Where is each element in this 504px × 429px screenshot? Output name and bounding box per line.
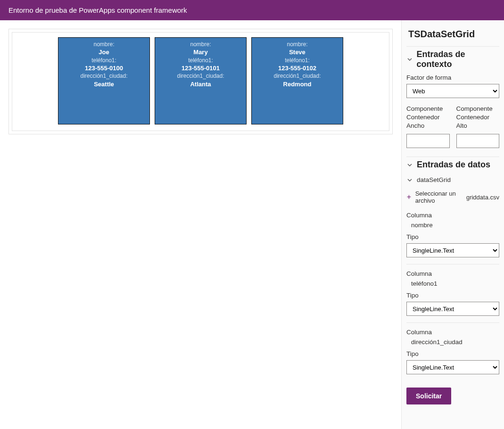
type-label: Tipo xyxy=(406,292,499,299)
card-name-value: Joe xyxy=(58,48,149,57)
column-block: Columna dirección1_ciudad Tipo SingleLin… xyxy=(406,329,499,374)
record-card[interactable]: nombre: Joe teléfono1: 123-555-0100 dire… xyxy=(58,37,150,124)
card-city-value: Redmond xyxy=(252,80,343,89)
card-phone-label: teléfono1: xyxy=(58,57,149,64)
type-select[interactable]: SingleLine.Text xyxy=(406,360,499,374)
column-label: Columna xyxy=(406,329,499,336)
container-width-label: Componente Contenedor Ancho xyxy=(406,105,450,131)
section-title-context: Entradas de contexto xyxy=(416,50,499,69)
card-name-label: nombre: xyxy=(252,41,343,48)
form-factor-field: Factor de forma Web xyxy=(406,74,499,98)
card-name-value: Steve xyxy=(252,48,343,57)
card-phone-value: 123-555-0101 xyxy=(155,64,246,73)
column-value: dirección1_ciudad xyxy=(411,338,499,346)
section-title-data: Entradas de datos xyxy=(417,160,490,170)
column-value: teléfono1 xyxy=(411,280,499,287)
card-name-label: nombre: xyxy=(155,41,246,48)
sidebar: TSDataSetGrid Entradas de contexto Facto… xyxy=(401,20,504,429)
card-city-label: dirección1_ciudad: xyxy=(58,72,149,80)
chevron-down-icon xyxy=(406,56,413,63)
card-phone-value: 123-555-0102 xyxy=(252,64,343,73)
column-value: nombre xyxy=(411,222,499,229)
card-city-label: dirección1_ciudad: xyxy=(252,72,343,80)
card-city-label: dirección1_ciudad: xyxy=(155,72,246,80)
column-label: Columna xyxy=(406,270,499,277)
section-header-context[interactable]: Entradas de contexto xyxy=(406,46,499,74)
section-header-data[interactable]: Entradas de datos xyxy=(406,157,499,174)
dataset-label: dataSetGrid xyxy=(417,176,451,183)
type-select[interactable]: SingleLine.Text xyxy=(406,302,499,316)
column-block: Columna teléfono1 Tipo SingleLine.Text xyxy=(406,270,499,316)
divider xyxy=(406,264,499,264)
card-phone-value: 123-555-0100 xyxy=(58,64,149,73)
card-city-value: Atlanta xyxy=(155,80,246,89)
type-label: Tipo xyxy=(406,233,499,240)
chevron-down-icon xyxy=(406,162,413,168)
form-factor-select[interactable]: Web xyxy=(406,84,499,98)
column-block: Columna nombre Tipo SingleLine.Text xyxy=(406,212,499,257)
canvas-outer: nombre: Joe teléfono1: 123-555-0100 dire… xyxy=(8,29,393,134)
container-height-label: Componente Contenedor Alto xyxy=(456,105,500,131)
chevron-down-icon xyxy=(406,177,413,183)
canvas-wrap: nombre: Joe teléfono1: 123-555-0100 dire… xyxy=(0,20,401,429)
record-card[interactable]: nombre: Mary teléfono1: 123-555-0101 dir… xyxy=(155,37,247,124)
divider xyxy=(406,322,499,323)
container-dimensions: Componente Contenedor Ancho Componente C… xyxy=(406,105,499,148)
card-name-label: nombre: xyxy=(58,41,149,48)
type-select[interactable]: SingleLine.Text xyxy=(406,243,499,257)
sidebar-component-name: TSDataSetGrid xyxy=(408,29,499,40)
card-phone-label: teléfono1: xyxy=(252,57,343,64)
card-phone-label: teléfono1: xyxy=(155,57,246,64)
apply-button[interactable]: Solicitar xyxy=(406,388,451,404)
selected-file-name: griddata.csv xyxy=(466,194,499,201)
record-card[interactable]: nombre: Steve teléfono1: 123-555-0102 di… xyxy=(251,37,343,124)
card-name-value: Mary xyxy=(155,48,246,57)
select-file-label: Seleccionar un archivo xyxy=(415,190,463,204)
plus-icon: + xyxy=(406,193,412,201)
main-area: nombre: Joe teléfono1: 123-555-0100 dire… xyxy=(0,20,504,429)
type-label: Tipo xyxy=(406,350,499,357)
dataset-subsection[interactable]: dataSetGrid xyxy=(406,174,499,188)
canvas-inner: nombre: Joe teléfono1: 123-555-0100 dire… xyxy=(12,32,389,131)
select-file-row[interactable]: + Seleccionar un archivo griddata.csv xyxy=(406,188,499,212)
form-factor-label: Factor de forma xyxy=(406,74,499,81)
topbar: Entorno de prueba de PowerApps component… xyxy=(0,0,504,20)
container-width-input[interactable] xyxy=(406,134,450,148)
topbar-title: Entorno de prueba de PowerApps component… xyxy=(8,6,187,14)
column-label: Columna xyxy=(406,212,499,219)
card-city-value: Seattle xyxy=(58,80,149,89)
container-height-input[interactable] xyxy=(456,134,500,148)
